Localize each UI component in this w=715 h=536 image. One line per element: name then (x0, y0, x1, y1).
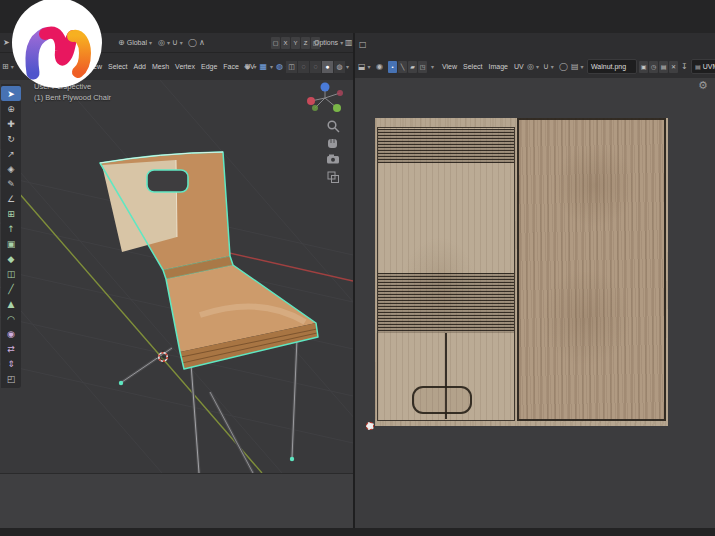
uv-mode-face-button[interactable]: ▰ (408, 61, 417, 73)
zoom-icon[interactable] (328, 121, 339, 132)
proportional-icon: ◯ (188, 38, 197, 47)
show-gizmo-icon[interactable]: ▦ (259, 62, 267, 71)
new-image-button[interactable]: ▣ (639, 61, 648, 73)
tool-move[interactable]: ✚ (1, 116, 21, 131)
leg-foot-vertex (290, 457, 294, 461)
viewport-3d-canvas[interactable]: ➤ ⊕ ✚ ↻ ↗ ◈ ✎ ∠ ⊞ ↑ ▣ ◆ ◫ ╱ ▲ ◠ ◉ ⇄ ⇕ ◰ … (0, 80, 353, 474)
menu-select[interactable]: Select (105, 63, 130, 70)
uv-pivot-dropdown[interactable]: ◎ ▾ (527, 55, 539, 78)
tool-knife[interactable]: ╱ (1, 281, 21, 296)
window-top-strip (0, 0, 715, 33)
pan-hand-icon[interactable] (328, 139, 337, 148)
xray-toggle-icon[interactable]: ◫ (286, 61, 297, 73)
sticky-selection-dropdown[interactable]: ▾ (431, 55, 434, 78)
image-browse-dropdown[interactable]: ▤ ▾ (571, 55, 584, 78)
leg-foot-vertex (119, 381, 123, 385)
uv-sync-toggle[interactable]: ◉ (376, 55, 383, 78)
uv-mode-vertex-button[interactable]: • (388, 61, 397, 73)
tool-shrink-fatten[interactable]: ⇕ (1, 356, 21, 371)
tool-loop-cut[interactable]: ◫ (1, 266, 21, 281)
uv-sync-icon: ◉ (376, 62, 383, 71)
pin-icon: ↧ (681, 62, 688, 71)
uv-editor-canvas[interactable]: ⚙ (355, 78, 715, 528)
shading-wireframe-icon[interactable]: ◌ (298, 61, 309, 73)
uv-menu-select[interactable]: Select (460, 63, 485, 70)
uv-handle-island[interactable] (412, 386, 472, 414)
tool-inset-faces[interactable]: ▣ (1, 236, 21, 251)
mirror-y-button[interactable]: Y (291, 37, 300, 49)
menu-edge[interactable]: Edge (198, 63, 220, 70)
uvmap-selector[interactable]: ▤ UVMap (691, 55, 715, 78)
uv-island-right-panel[interactable] (517, 118, 666, 421)
proportional-editing-toggle[interactable]: ◯ ∧ (188, 33, 205, 52)
menu-face[interactable]: Face (220, 63, 242, 70)
falloff-icon: ∧ (199, 38, 205, 47)
mirror-icon[interactable]: ▢ (271, 37, 280, 49)
options-dropdown[interactable]: Options ▾ (314, 33, 343, 52)
uv-mode-island-button[interactable]: ◳ (418, 61, 427, 73)
shading-solid-icon[interactable]: ◌ (310, 61, 321, 73)
navigation-gizmo[interactable] (307, 83, 343, 113)
tool-annotate[interactable]: ✎ (1, 176, 21, 191)
tweak-tool-icon[interactable]: ➤ (3, 33, 10, 52)
proportional-icon: ◯ (559, 62, 568, 71)
axis-z-ball (321, 83, 330, 92)
image-users-icon[interactable]: ◷ (649, 61, 658, 73)
uv-menu-uv[interactable]: UV (511, 63, 527, 70)
chair-shell (100, 152, 318, 369)
tool-transform[interactable]: ◈ (1, 161, 21, 176)
tool-measure[interactable]: ∠ (1, 191, 21, 206)
uv-mode-edge-button[interactable]: ╲ (398, 61, 407, 73)
tool-smooth[interactable]: ◉ (1, 326, 21, 341)
uv-tool-settings-bar: □ (355, 33, 715, 55)
tool-rip-region[interactable]: ◰ (1, 371, 21, 386)
gizmo-dropdown-icon[interactable]: ◈ (244, 62, 250, 71)
tool-spin[interactable]: ◠ (1, 311, 21, 326)
menu-vertex[interactable]: Vertex (172, 63, 198, 70)
tool-cursor[interactable]: ⊕ (1, 101, 21, 116)
transform-orientation-dropdown[interactable]: ⊕ Global ▾ (118, 33, 152, 52)
mirror-axis-group: ▢ X Y Z ◫ (271, 33, 320, 52)
uv-select-tool-icon[interactable]: □ (359, 33, 367, 55)
image-browse-icon: ▤ (571, 62, 579, 71)
camera-view-icon[interactable] (327, 155, 339, 164)
tool-scale[interactable]: ↗ (1, 146, 21, 161)
gear-icon[interactable]: ⚙ (698, 79, 708, 92)
show-overlays-icon[interactable]: ◍ (276, 62, 283, 71)
tool-poly-build[interactable]: ▲ (1, 296, 21, 311)
tool-bevel[interactable]: ◆ (1, 251, 21, 266)
pivot-point-dropdown[interactable]: ◎ ▾ (158, 33, 170, 52)
tool-edge-slide[interactable]: ⇄ (1, 341, 21, 356)
unlink-image-button[interactable]: ✕ (669, 61, 678, 73)
shading-rendered-icon[interactable]: ◍ (334, 61, 345, 73)
uv-menubar: View Select Image UV (439, 55, 527, 78)
image-name-field[interactable]: Walnut.png (587, 55, 637, 78)
grid-rows-icon[interactable]: ▥ (345, 33, 353, 52)
pin-toggle[interactable]: ↧ (681, 55, 688, 78)
pivot-icon: ◎ (158, 38, 165, 47)
uv-proportional-toggle[interactable]: ◯ (559, 55, 568, 78)
uv-snap-dropdown[interactable]: ∪ ▾ (543, 55, 554, 78)
uv-menu-image[interactable]: Image (486, 63, 511, 70)
menu-add[interactable]: Add (131, 63, 149, 70)
uv-island-shell[interactable] (377, 127, 515, 421)
viewport-menubar: View Select Add Mesh Vertex Edge Face UV (84, 53, 258, 80)
editor-3d-icon: ⊞ (2, 62, 9, 71)
tool-add-cube[interactable]: ⊞ (1, 206, 21, 221)
uv-editor-type-dropdown[interactable]: ⬓ ▾ (358, 55, 371, 78)
mirror-z-button[interactable]: Z (301, 37, 310, 49)
uv-editor-icon: ⬓ (358, 62, 366, 71)
axis-x-ball (307, 97, 315, 105)
tool-extrude-region[interactable]: ↑ (1, 221, 21, 236)
snap-dropdown[interactable]: ∪ ▾ (172, 33, 183, 52)
shading-material-icon[interactable]: ● (322, 61, 333, 73)
pivot-icon: ◎ (527, 62, 534, 71)
uv-menu-view[interactable]: View (439, 63, 460, 70)
open-image-button[interactable]: ▤ (659, 61, 668, 73)
uv-2d-cursor[interactable] (366, 422, 374, 430)
orientation-icon: ⊕ (118, 38, 125, 47)
menu-mesh[interactable]: Mesh (149, 63, 172, 70)
perspective-toggle-icon[interactable] (328, 172, 339, 183)
mirror-x-button[interactable]: X (281, 37, 290, 49)
tool-rotate[interactable]: ↻ (1, 131, 21, 146)
